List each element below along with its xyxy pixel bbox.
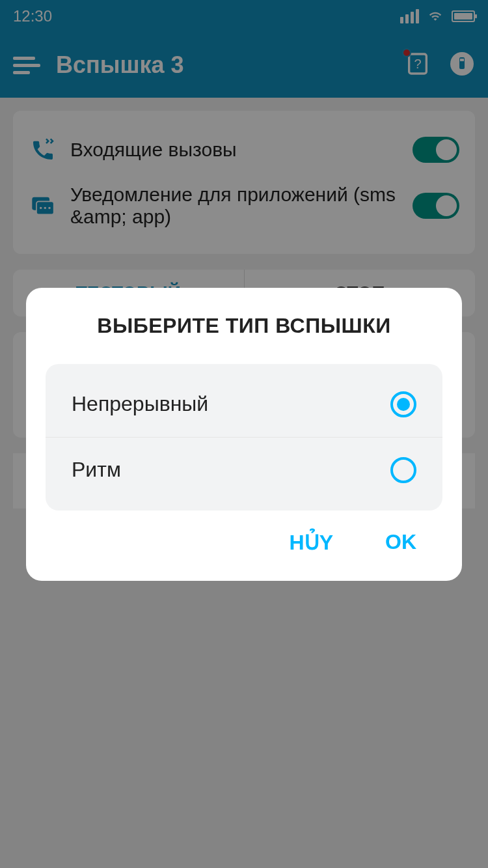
radio-option-rhythm[interactable]: Ритм (46, 437, 442, 503)
radio-option-continuous[interactable]: Непрерывный (46, 372, 442, 437)
radio-group: Непрерывный Ритм (46, 364, 442, 511)
modal-overlay[interactable]: ВЫБЕРИТЕ ТИП ВСПЫШКИ Непрерывный Ритм HỦ… (0, 0, 488, 868)
radio-label: Ритм (72, 458, 121, 482)
radio-circle-icon (390, 391, 416, 417)
radio-circle-icon (390, 457, 416, 483)
flash-type-dialog: ВЫБЕРИТЕ ТИП ВСПЫШКИ Непрерывный Ритм HỦ… (26, 288, 462, 581)
cancel-button[interactable]: HỦY (290, 530, 333, 555)
dialog-title: ВЫБЕРИТЕ ТИП ВСПЫШКИ (46, 314, 442, 338)
ok-button[interactable]: OK (385, 530, 416, 555)
radio-label: Непрерывный (72, 392, 208, 416)
